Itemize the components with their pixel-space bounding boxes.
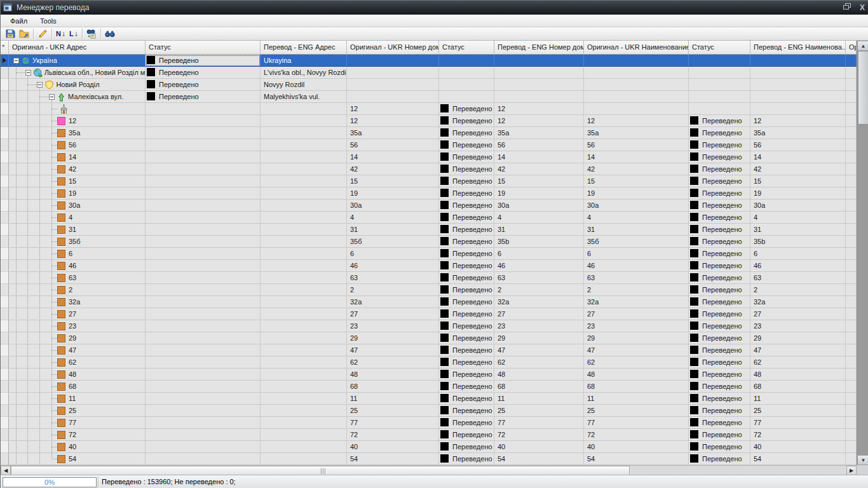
grid-cell[interactable] [146, 417, 261, 429]
status-cell[interactable]: Переведено [689, 417, 750, 429]
status-cell[interactable]: Переведено [689, 356, 750, 369]
status-cell[interactable]: Переведено [689, 212, 750, 224]
grid-cell[interactable] [146, 139, 261, 151]
status-cell[interactable]: Переведено [689, 453, 750, 465]
eng-number-cell[interactable]: 12 [494, 115, 584, 127]
house-row[interactable]: 4040Переведено4040Переведено40 [1, 441, 857, 453]
ukr-number-cell[interactable]: 11 [347, 393, 439, 405]
eng-address-cell[interactable]: Malyekhivs'ka vul. [261, 91, 347, 103]
ukr-name-cell[interactable]: 25 [584, 405, 689, 417]
ukr-number-cell[interactable]: 35б [347, 236, 439, 248]
tree-cell[interactable]: 29 [9, 332, 146, 344]
eng-name-cell[interactable]: 25 [750, 405, 846, 417]
tree-cell[interactable]: 35a [9, 127, 146, 139]
status-cell[interactable]: Переведено [689, 284, 750, 296]
ukr-number-cell[interactable]: 31 [347, 224, 439, 236]
eng-name-cell[interactable]: 77 [750, 417, 846, 429]
house-row[interactable]: 2727Переведено2727Переведено27 [1, 308, 857, 320]
grid-cell[interactable] [261, 344, 347, 356]
horizontal-scrollbar[interactable]: ◀ ▶ [1, 465, 857, 475]
eng-number-cell[interactable]: 35a [494, 127, 584, 139]
row-indicator[interactable] [1, 236, 9, 248]
grid-cell[interactable] [689, 67, 750, 79]
status-cell[interactable]: Переведено [439, 212, 494, 224]
menu-file[interactable]: Файл [4, 16, 33, 26]
grid-cell[interactable] [846, 441, 857, 453]
ukr-name-cell[interactable]: 48 [584, 369, 689, 381]
eng-number-cell[interactable]: 2 [494, 284, 584, 296]
scroll-up-button[interactable]: ▲ [857, 41, 868, 51]
tree-cell[interactable]: 47 [9, 344, 146, 356]
ukr-name-cell[interactable]: 35a [584, 127, 689, 139]
eng-name-cell[interactable]: 35a [750, 127, 846, 139]
horizontal-scroll-thumb[interactable] [11, 466, 630, 475]
grid-cell[interactable] [689, 91, 750, 103]
eng-number-cell[interactable]: 32a [494, 296, 584, 308]
grid-cell[interactable] [146, 103, 261, 115]
status-cell[interactable]: Переведено [439, 248, 494, 260]
ukr-name-cell[interactable]: 42 [584, 163, 689, 175]
ukr-name-cell[interactable]: 27 [584, 308, 689, 320]
ukr-name-cell[interactable]: 46 [584, 260, 689, 272]
ukr-name-cell[interactable]: 68 [584, 381, 689, 393]
ukr-number-cell[interactable]: 32a [347, 296, 439, 308]
house-row[interactable]: 5656Переведено5656Переведено56 [1, 139, 857, 151]
house-row[interactable]: 1414Переведено1414Переведено14 [1, 151, 857, 163]
status-cell[interactable]: Переведено [689, 296, 750, 308]
grid-cell[interactable] [146, 187, 261, 200]
grid-cell[interactable] [261, 284, 347, 296]
grid-cell[interactable] [146, 441, 261, 453]
grid-cell[interactable] [146, 175, 261, 187]
ukr-number-cell[interactable]: 23 [347, 320, 439, 332]
status-cell[interactable]: Переведено [439, 296, 494, 308]
status-cell[interactable]: Переведено [439, 308, 494, 320]
grid-cell[interactable] [261, 187, 347, 200]
ukr-number-cell[interactable]: 14 [347, 151, 439, 163]
tree-cell[interactable]: Малехівська вул. [9, 91, 146, 103]
grid-cell[interactable] [261, 296, 347, 308]
tree-cell[interactable]: 63 [9, 272, 146, 284]
house-row[interactable]: 6262Переведено6262Переведено62 [1, 356, 857, 369]
row-indicator[interactable] [1, 224, 9, 236]
ukr-number-cell[interactable]: 12 [347, 103, 439, 115]
eng-name-cell[interactable]: 68 [750, 381, 846, 393]
grid-cell[interactable] [846, 79, 857, 91]
grid-cell[interactable] [146, 381, 261, 393]
row-indicator[interactable] [1, 79, 9, 91]
eng-number-cell[interactable]: 72 [494, 429, 584, 441]
grid-cell[interactable] [261, 175, 347, 187]
row-indicator[interactable] [1, 344, 9, 356]
grid-cell[interactable] [846, 187, 857, 200]
ukr-number-cell[interactable]: 27 [347, 308, 439, 320]
ukr-number-cell[interactable]: 40 [347, 441, 439, 453]
eng-name-cell[interactable]: 42 [750, 163, 846, 175]
grid-cell[interactable] [146, 212, 261, 224]
ukr-name-cell[interactable]: 6 [584, 248, 689, 260]
status-cell[interactable]: Переведено [689, 441, 750, 453]
row-indicator[interactable] [1, 151, 9, 163]
ukr-name-cell[interactable]: 63 [584, 272, 689, 284]
ukr-number-cell[interactable]: 30a [347, 200, 439, 212]
tree-cell[interactable]: Україна [9, 55, 146, 67]
ukr-name-cell[interactable]: 4 [584, 212, 689, 224]
ukr-name-cell[interactable]: 12 [584, 115, 689, 127]
grid-cell[interactable] [261, 429, 347, 441]
grid-cell[interactable] [261, 260, 347, 272]
vertical-scroll-thumb[interactable] [858, 51, 868, 125]
ukr-name-cell[interactable]: 54 [584, 453, 689, 465]
menu-tools[interactable]: Tools [34, 16, 62, 26]
eng-name-cell[interactable]: 2 [750, 284, 846, 296]
scroll-right-button[interactable]: ▶ [846, 466, 857, 475]
house-row[interactable]: 2525Переведено2525Переведено25 [1, 405, 857, 417]
eng-number-cell[interactable]: 68 [494, 381, 584, 393]
status-cell[interactable]: Переведено [439, 200, 494, 212]
status-cell[interactable]: Переведено [439, 224, 494, 236]
eng-name-cell[interactable]: 46 [750, 260, 846, 272]
grid-cell[interactable] [146, 308, 261, 320]
eng-number-cell[interactable]: 25 [494, 405, 584, 417]
grid-cell[interactable] [750, 79, 846, 91]
ukr-number-cell[interactable]: 42 [347, 163, 439, 175]
grid-cell[interactable] [261, 139, 347, 151]
ukr-name-cell[interactable]: 62 [584, 356, 689, 369]
grid-cell[interactable] [261, 272, 347, 284]
